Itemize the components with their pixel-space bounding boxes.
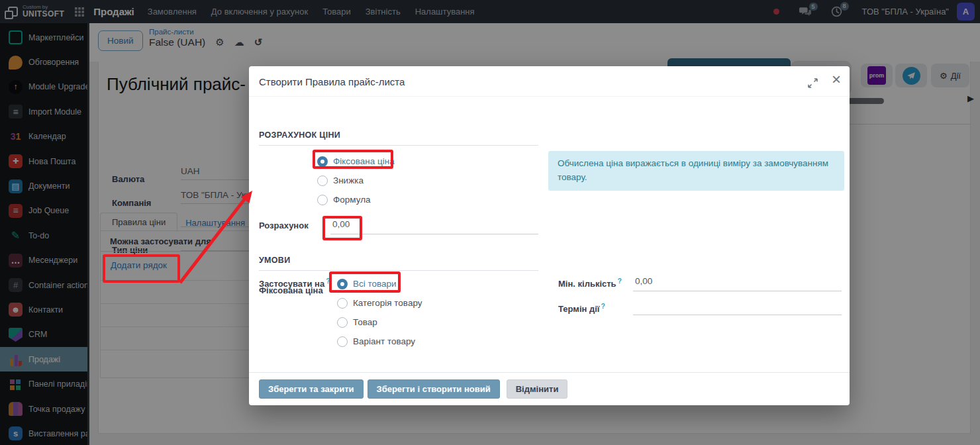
save-and-new-button[interactable]: Зберегти і створити новий	[368, 379, 500, 399]
fixed-price-input[interactable]: 0,00	[330, 217, 538, 234]
radio-all-products[interactable]: Всі товари	[337, 274, 422, 293]
radio-icon	[317, 195, 328, 205]
apply-on-label: Застосувати на?	[259, 277, 330, 289]
radio-discount[interactable]: Знижка	[317, 171, 395, 190]
apply-on-radio-group: Всі товари Категорія товару Товар Варіан…	[337, 274, 422, 351]
radio-selected-icon	[337, 279, 348, 289]
dialog-footer: Зберегти та закрити Зберегти і створити …	[249, 372, 850, 405]
create-pricelist-rule-dialog: Створити Правила прайс-листа × РОЗРАХУНО…	[249, 66, 850, 405]
close-dialog-icon[interactable]: ×	[832, 70, 841, 89]
help-question-icon[interactable]: ?	[601, 302, 605, 310]
radio-icon	[337, 336, 348, 347]
computation-radio-group: Фіксована ціна Знижка Формула	[317, 152, 395, 209]
help-question-icon[interactable]: ?	[326, 277, 330, 285]
dialog-header-divider	[249, 96, 850, 97]
radio-product-variant[interactable]: Варіант товару	[337, 332, 422, 351]
dialog-title: Створити Правила прайс-листа	[259, 76, 405, 87]
radio-selected-icon	[317, 156, 328, 167]
radio-formula[interactable]: Формула	[317, 190, 395, 209]
app-window: Custom by UNITSOFT Продажі Замовлення До…	[0, 0, 980, 445]
info-note: Обчислена ціна виражається в одиниці вим…	[548, 151, 844, 191]
radio-product-category[interactable]: Категорія товару	[337, 293, 422, 313]
radio-product[interactable]: Товар	[337, 313, 422, 332]
discard-button[interactable]: Відмінити	[507, 379, 568, 399]
min-qty-label: Мін. кількість?	[558, 277, 622, 289]
radio-icon	[317, 175, 328, 186]
validity-input[interactable]	[633, 299, 842, 315]
validity-label: Термін дії?	[558, 302, 605, 314]
help-question-icon[interactable]: ?	[618, 277, 622, 285]
save-and-close-button[interactable]: Зберегти та закрити	[259, 379, 364, 399]
expand-dialog-icon[interactable]	[807, 77, 818, 91]
radio-icon	[337, 317, 348, 328]
section-price-computation: РОЗРАХУНОК ЦІНИ	[259, 130, 538, 146]
section-conditions: УМОВИ	[259, 256, 538, 271]
min-qty-input[interactable]: 0,00	[633, 274, 842, 291]
radio-icon	[337, 298, 348, 309]
radio-fixed-price[interactable]: Фіксована ціна	[317, 152, 395, 171]
computation-label: Розрахунок	[259, 221, 309, 230]
